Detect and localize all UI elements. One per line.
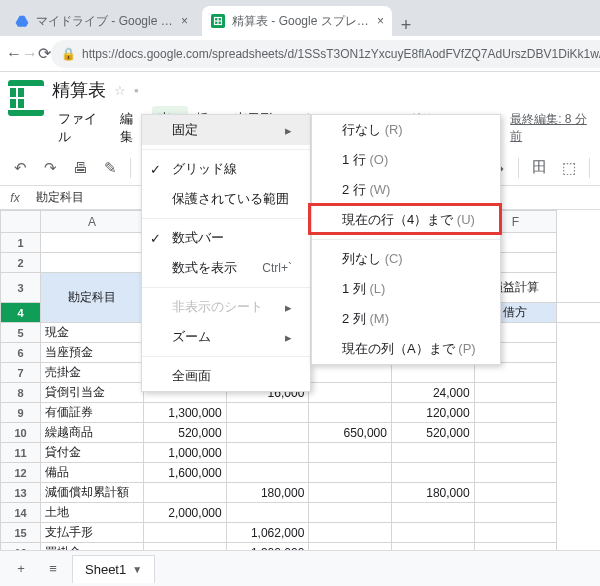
menu-item[interactable]: 全画面 (142, 361, 310, 391)
menu-item[interactable]: 保護されている範囲 (142, 184, 310, 214)
cell[interactable] (309, 463, 392, 483)
cell[interactable]: 繰越商品 (41, 423, 144, 443)
cell[interactable]: 1,600,000 (144, 463, 227, 483)
all-sheets-button[interactable]: ≡ (40, 556, 66, 582)
cell[interactable] (309, 523, 392, 543)
cell[interactable] (391, 363, 474, 383)
undo-button[interactable]: ↶ (6, 155, 34, 181)
cell[interactable]: 2,000,000 (144, 503, 227, 523)
cell[interactable]: 180,000 (391, 483, 474, 503)
cell[interactable] (144, 483, 227, 503)
browser-tab[interactable]: 精算表 - Google スプレッドシート × (202, 6, 392, 36)
cell[interactable] (391, 503, 474, 523)
folder-icon[interactable]: ▪ (134, 83, 139, 98)
menu-item[interactable]: 現在の行（4）まで (U) (312, 205, 500, 235)
cell[interactable]: 貸倒引当金 (41, 383, 144, 403)
cell[interactable] (226, 423, 309, 443)
cell[interactable] (474, 443, 557, 463)
cell[interactable] (474, 383, 557, 403)
menu-item[interactable]: ✓数式バー (142, 223, 310, 253)
cell[interactable] (474, 523, 557, 543)
row-header[interactable]: 13 (1, 483, 41, 503)
sheet-tab[interactable]: Sheet1 ▼ (72, 555, 155, 583)
cell[interactable]: 貸付金 (41, 443, 144, 463)
cell[interactable]: 支払手形 (41, 523, 144, 543)
cell[interactable] (226, 463, 309, 483)
cell[interactable]: 1,300,000 (144, 403, 227, 423)
row-header[interactable]: 2 (1, 253, 41, 273)
menu-item[interactable]: 列なし (C) (312, 244, 500, 274)
browser-tab[interactable]: マイドライブ - Google ドライブ × (6, 6, 196, 36)
row-header[interactable]: 10 (1, 423, 41, 443)
cell[interactable]: 備品 (41, 463, 144, 483)
doc-title[interactable]: 精算表 (52, 78, 106, 102)
cell[interactable]: 1,000,000 (144, 443, 227, 463)
cell[interactable]: 24,000 (391, 383, 474, 403)
cell[interactable]: 土地 (41, 503, 144, 523)
row-header[interactable]: 15 (1, 523, 41, 543)
cell[interactable]: 現金 (41, 323, 144, 343)
cell[interactable] (474, 463, 557, 483)
menu-item[interactable]: 固定▸ (142, 115, 310, 145)
star-icon[interactable]: ☆ (114, 83, 126, 98)
column-header[interactable]: A (41, 211, 144, 233)
cell[interactable] (391, 463, 474, 483)
row-header[interactable]: 6 (1, 343, 41, 363)
borders-button[interactable]: 田 (525, 155, 553, 181)
menu-item[interactable]: ✓グリッド線 (142, 154, 310, 184)
cell[interactable] (309, 443, 392, 463)
cell[interactable] (391, 443, 474, 463)
cell[interactable] (474, 503, 557, 523)
cell[interactable] (474, 423, 557, 443)
cell[interactable] (474, 363, 557, 383)
cell[interactable]: 120,000 (391, 403, 474, 423)
menu-ファイル[interactable]: ファイル (52, 106, 112, 150)
cell[interactable] (474, 483, 557, 503)
row-header[interactable]: 4 (1, 303, 41, 323)
menu-item[interactable]: ズーム▸ (142, 322, 310, 352)
cell[interactable] (474, 403, 557, 423)
redo-button[interactable]: ↷ (36, 155, 64, 181)
cell[interactable] (557, 303, 600, 323)
back-button[interactable]: ← (6, 45, 22, 63)
cell[interactable] (309, 403, 392, 423)
cell[interactable]: 減価償却累計額 (41, 483, 144, 503)
row-header[interactable]: 1 (1, 233, 41, 253)
menu-item[interactable]: 1 行 (O) (312, 145, 500, 175)
cell[interactable] (309, 503, 392, 523)
row-header[interactable]: 9 (1, 403, 41, 423)
cell[interactable] (309, 383, 392, 403)
cell[interactable]: 1,062,000 (226, 523, 309, 543)
cell[interactable]: 520,000 (144, 423, 227, 443)
cell[interactable]: 売掛金 (41, 363, 144, 383)
row-header[interactable]: 3 (1, 273, 41, 303)
close-icon[interactable]: × (181, 14, 188, 28)
cell[interactable] (41, 253, 144, 273)
add-sheet-button[interactable]: + (8, 556, 34, 582)
cell[interactable] (226, 403, 309, 423)
last-edit[interactable]: 最終編集: 8 分前 (510, 111, 592, 145)
cell[interactable]: 勘定科目 (41, 273, 144, 323)
row-header[interactable]: 8 (1, 383, 41, 403)
row-header[interactable]: 5 (1, 323, 41, 343)
cell[interactable]: 有価証券 (41, 403, 144, 423)
cell[interactable]: 650,000 (309, 423, 392, 443)
print-button[interactable]: 🖶 (66, 155, 94, 181)
reload-button[interactable]: ⟳ (38, 44, 51, 63)
row-header[interactable]: 7 (1, 363, 41, 383)
chevron-down-icon[interactable]: ▼ (132, 564, 142, 575)
close-icon[interactable]: × (377, 14, 384, 28)
cell[interactable]: 520,000 (391, 423, 474, 443)
forward-button[interactable]: → (22, 45, 38, 63)
menu-item[interactable]: 1 列 (L) (312, 274, 500, 304)
new-tab-button[interactable]: + (392, 15, 420, 36)
url-input[interactable]: 🔒 https://docs.google.com/spreadsheets/d… (51, 40, 600, 68)
cell[interactable] (144, 523, 227, 543)
menu-item[interactable]: 数式を表示Ctrl+` (142, 253, 310, 283)
menu-item[interactable]: 現在の列（A）まで (P) (312, 334, 500, 364)
cell[interactable]: 当座預金 (41, 343, 144, 363)
sheets-logo-icon[interactable] (8, 80, 44, 116)
menu-item[interactable]: 2 行 (W) (312, 175, 500, 205)
cell[interactable]: 180,000 (226, 483, 309, 503)
row-header[interactable]: 12 (1, 463, 41, 483)
